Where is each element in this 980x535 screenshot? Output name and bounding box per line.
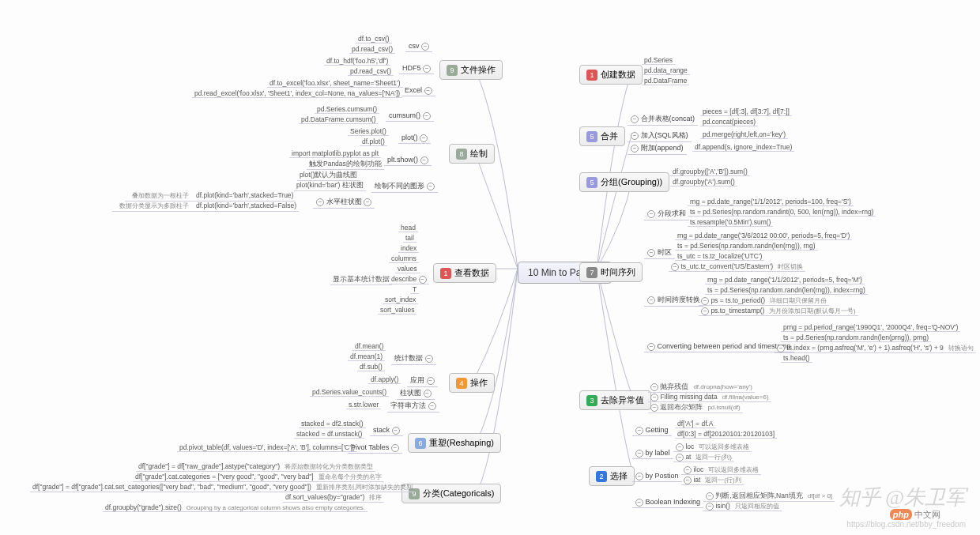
- sub-excel[interactable]: Excel −: [401, 85, 435, 96]
- toggle-icon[interactable]: −: [635, 427, 643, 435]
- label: 合并: [601, 131, 618, 141]
- sub-bypos[interactable]: − by Postion: [632, 471, 682, 482]
- sub-join[interactable]: − 加入(SQL风格): [628, 130, 692, 142]
- sub-stack[interactable]: stack −: [370, 425, 403, 436]
- toggle-icon[interactable]: −: [635, 499, 643, 507]
- sub-hist[interactable]: 柱状图 −: [397, 387, 435, 400]
- sub-getting[interactable]: − Getting: [632, 425, 672, 436]
- watermark: 知乎 @朱卫军: [839, 484, 966, 511]
- label: 文件操作: [461, 65, 496, 74]
- toggle-icon[interactable]: −: [701, 297, 709, 305]
- toggle-icon[interactable]: −: [684, 466, 692, 474]
- toggle-icon[interactable]: −: [420, 156, 428, 164]
- toggle-icon[interactable]: −: [421, 43, 429, 51]
- leaf: − ps.to_timestamp()为月份添加日期(默认每月一号): [699, 307, 858, 316]
- toggle-icon[interactable]: −: [647, 296, 655, 304]
- leaf: pd.Series.cumsum(): [315, 105, 379, 114]
- toggle-icon[interactable]: −: [650, 394, 658, 401]
- leaf: pd.data_range: [642, 66, 690, 75]
- node-categoricals[interactable]: 9分类(Categoricals): [401, 484, 501, 503]
- sub-pltshow[interactable]: plt.show() −: [384, 155, 432, 166]
- sub-csv[interactable]: csv −: [405, 41, 432, 52]
- leaf: df.plot(): [360, 138, 387, 146]
- node-view-data[interactable]: 1查看数据: [433, 263, 496, 283]
- leaf: ts = pd.Series(np.random.randn(len(prng)…: [781, 333, 931, 342]
- sub-str[interactable]: 字符串方法 −: [387, 400, 439, 413]
- node-grouping[interactable]: 5分组(Grouping)): [579, 172, 669, 192]
- toggle-icon[interactable]: −: [684, 477, 692, 484]
- toggle-icon[interactable]: −: [428, 402, 436, 410]
- sub-hbar[interactable]: − 水平柱状图 −: [313, 196, 375, 209]
- badge: 1: [440, 268, 451, 279]
- toggle-icon[interactable]: −: [391, 444, 399, 452]
- node-operate[interactable]: 4操作: [449, 373, 495, 393]
- sub-cumsum[interactable]: cumsum() −: [386, 111, 434, 122]
- toggle-icon[interactable]: −: [427, 377, 435, 385]
- leaf: 触发Pandas的绘制功能: [307, 160, 384, 170]
- leaf: columns: [389, 254, 419, 263]
- node-select[interactable]: 2选择: [589, 466, 635, 486]
- leaf: df.to_csv(): [356, 35, 392, 43]
- badge: 6: [415, 438, 426, 449]
- sub-apply[interactable]: 应用 −: [407, 375, 438, 387]
- toggle-icon[interactable]: −: [423, 112, 431, 120]
- leaf: ts_utc = ts.tz_localize('UTC'): [675, 252, 764, 261]
- node-file-ops[interactable]: 9文件操作: [439, 60, 503, 80]
- node-create-data[interactable]: 1创建数据: [579, 65, 643, 85]
- leaf: 显示基本统计数据: [330, 275, 392, 285]
- toggle-icon[interactable]: −: [631, 115, 639, 123]
- node-clean[interactable]: 3去除异常值: [579, 390, 651, 410]
- toggle-icon[interactable]: −: [635, 450, 643, 458]
- toggle-icon[interactable]: −: [706, 492, 714, 500]
- toggle-icon[interactable]: −: [364, 198, 371, 206]
- sub-convert[interactable]: − Converting between period and timestam…: [644, 341, 794, 352]
- toggle-icon[interactable]: −: [676, 454, 684, 462]
- toggle-icon[interactable]: −: [425, 355, 433, 363]
- node-plot[interactable]: 8绘制: [449, 144, 495, 164]
- toggle-icon[interactable]: −: [419, 276, 427, 284]
- leaf: plot()默认为曲线图: [297, 171, 360, 181]
- toggle-icon[interactable]: −: [392, 427, 400, 435]
- sub-append[interactable]: − 附加(append): [628, 142, 687, 155]
- node-time-series[interactable]: 7时间序列: [579, 262, 643, 282]
- sub-bylabel[interactable]: − by label: [632, 448, 673, 459]
- toggle-icon[interactable]: −: [420, 134, 428, 142]
- sub-tz[interactable]: − 时区: [644, 247, 675, 259]
- toggle-icon[interactable]: −: [424, 87, 432, 95]
- sub-plot[interactable]: plot() −: [398, 133, 431, 144]
- toggle-icon[interactable]: −: [424, 390, 432, 397]
- leaf: pd.read_csv(): [348, 67, 394, 76]
- toggle-icon[interactable]: −: [423, 65, 431, 73]
- toggle-icon[interactable]: −: [650, 383, 658, 391]
- toggle-icon[interactable]: −: [676, 443, 684, 451]
- toggle-icon[interactable]: −: [316, 198, 324, 206]
- sub-stats[interactable]: 统计数据 −: [391, 352, 436, 365]
- leaf: rng = pd.date_range('1/1/2012', periods=…: [688, 198, 854, 206]
- toggle-icon[interactable]: −: [671, 263, 679, 271]
- sub-concat[interactable]: − 合并表格(concat): [628, 113, 698, 126]
- sub-span[interactable]: − 时间跨度转换: [644, 294, 703, 307]
- toggle-icon[interactable]: −: [631, 145, 639, 153]
- toggle-icon[interactable]: −: [706, 503, 714, 511]
- toggle-icon[interactable]: −: [647, 249, 655, 257]
- toggle-icon[interactable]: −: [635, 473, 643, 480]
- toggle-icon[interactable]: −: [631, 132, 639, 140]
- badge: 9: [447, 65, 458, 76]
- leaf: − ts_utc.tz_convert('US/Eastern')时区切换: [669, 262, 805, 272]
- badge: 2: [596, 471, 607, 482]
- sub-resample[interactable]: − 分段求和: [644, 208, 689, 220]
- leaf: 叠加数据为一根柱子 df.plot(kind='barh',stacked=Tr…: [125, 191, 296, 202]
- node-reshape[interactable]: 6重塑(Reshaping): [408, 433, 501, 453]
- toggle-icon[interactable]: −: [647, 343, 655, 351]
- toggle-icon[interactable]: −: [650, 404, 658, 412]
- toggle-icon[interactable]: −: [647, 210, 655, 218]
- node-merge[interactable]: 5合并: [579, 126, 625, 146]
- sub-hdf5[interactable]: HDF5 −: [399, 63, 434, 74]
- sub-bool[interactable]: − Boolean Indexing: [632, 497, 703, 508]
- toggle-icon[interactable]: −: [701, 307, 709, 315]
- sub-shapes[interactable]: 绘制不同的图形 −: [371, 180, 438, 193]
- toggle-icon[interactable]: −: [427, 183, 435, 190]
- leaf: − loc可以返回多维表格: [673, 443, 752, 452]
- leaf: df["grade"] = df["raw_grade"].astype("ca…: [136, 462, 375, 472]
- toggle-icon[interactable]: −: [777, 345, 785, 352]
